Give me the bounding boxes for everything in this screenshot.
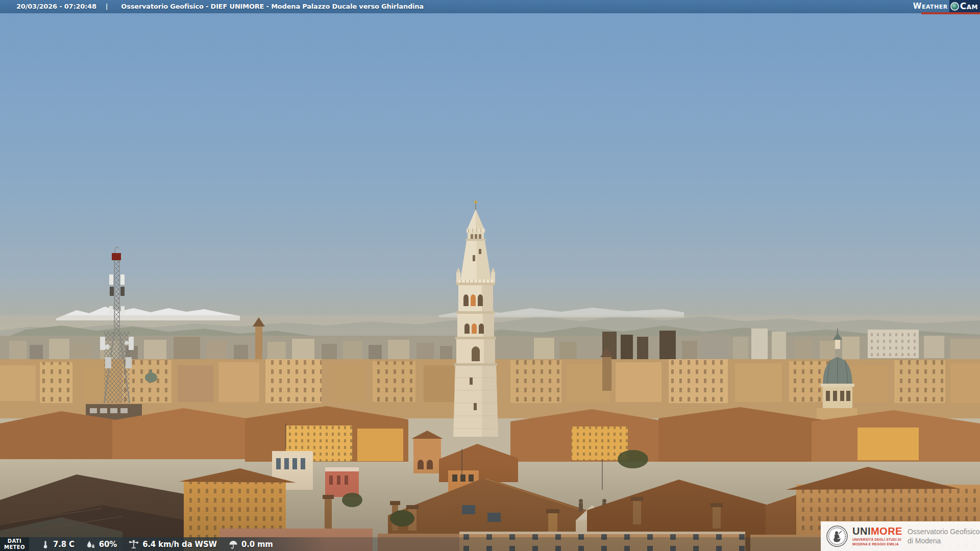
humidity-reading: 60% bbox=[86, 539, 117, 549]
unimore-wordmark: UNIMORE UNIVERSITÀ DEGLI STUDI DI MODENA… bbox=[852, 526, 902, 546]
globe-icon bbox=[950, 2, 959, 11]
temperature-value: 7.8 C bbox=[53, 540, 75, 549]
dati-meteo-line1: DATI bbox=[8, 538, 21, 544]
thermometer-icon bbox=[41, 539, 50, 549]
weathercam-red-underline bbox=[921, 12, 980, 14]
humidity-value: 60% bbox=[99, 540, 117, 549]
camera-title: Osservatorio Geofisico - DIEF UNIMORE - … bbox=[121, 3, 424, 10]
wordmark-uni: UNI bbox=[852, 525, 871, 537]
timestamp: 20/03/2026 - 07:20:48 bbox=[16, 3, 96, 10]
rain-umbrella-icon bbox=[228, 539, 238, 549]
weathercam-weather-label: Weather bbox=[913, 2, 949, 11]
weathercam-cam-label: Cam bbox=[960, 1, 978, 11]
dati-meteo-label: DATI METEO bbox=[0, 537, 29, 551]
observatory-logo-box: UNIMORE UNIVERSITÀ DEGLI STUDI DI MODENA… bbox=[821, 521, 980, 551]
weather-readings: 7.8 C 60% 6.4 km/h da WSW bbox=[41, 537, 273, 551]
humidity-drops-icon bbox=[86, 539, 96, 549]
wind-value: 6.4 km/h da WSW bbox=[142, 540, 217, 549]
observatory-name-line2: di Modena bbox=[908, 536, 980, 545]
webcam-photo-cityscape bbox=[0, 0, 980, 551]
weathercam-cam-box: Cam bbox=[949, 0, 980, 12]
header-bar: 20/03/2026 - 07:20:48 | Osservatorio Geo… bbox=[0, 0, 980, 13]
unimore-seal-icon bbox=[826, 525, 848, 547]
observatory-name: Osservatorio Geofisico di Modena bbox=[908, 527, 980, 545]
precipitation-reading: 0.0 mm bbox=[228, 539, 273, 549]
temperature-reading: 7.8 C bbox=[41, 539, 75, 549]
dati-meteo-line2: METEO bbox=[4, 544, 25, 550]
weathercam-logo: Weather Cam bbox=[913, 0, 980, 12]
wind-reading: 6.4 km/h da WSW bbox=[128, 539, 217, 549]
anemometer-icon bbox=[128, 539, 139, 549]
separator: | bbox=[106, 3, 108, 10]
university-subtitle-line1: UNIVERSITÀ DEGLI STUDI DI bbox=[852, 538, 902, 542]
observatory-name-line1: Osservatorio Geofisico bbox=[908, 527, 980, 536]
precipitation-value: 0.0 mm bbox=[241, 540, 273, 549]
webcam-frame: 20/03/2026 - 07:20:48 | Osservatorio Geo… bbox=[0, 0, 980, 551]
university-subtitle-line2: MODENA E REGGIO EMILIA bbox=[852, 542, 902, 546]
wordmark-more: MORE bbox=[871, 525, 902, 537]
